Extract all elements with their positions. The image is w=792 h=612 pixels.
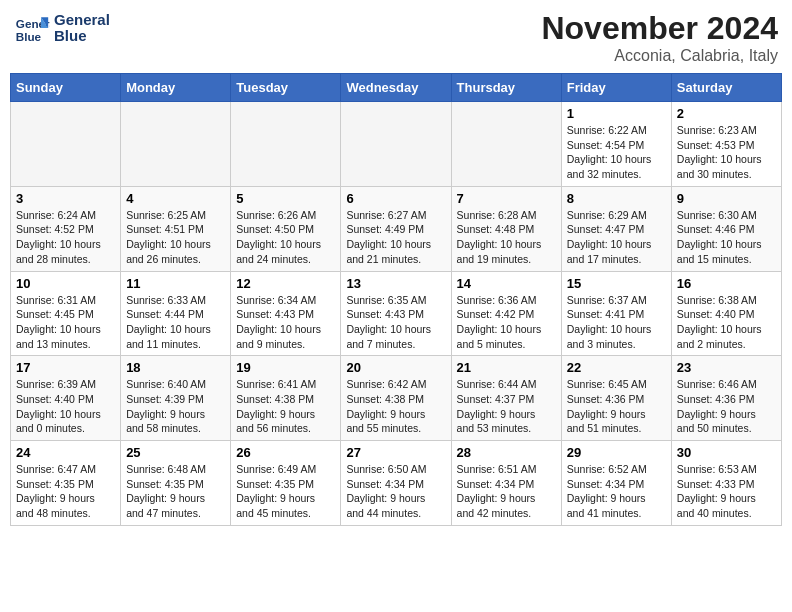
day-info: Sunrise: 6:29 AM Sunset: 4:47 PM Dayligh… xyxy=(567,208,666,267)
day-info: Sunrise: 6:42 AM Sunset: 4:38 PM Dayligh… xyxy=(346,377,445,436)
day-number: 23 xyxy=(677,360,776,375)
day-number: 6 xyxy=(346,191,445,206)
day-number: 19 xyxy=(236,360,335,375)
day-number: 9 xyxy=(677,191,776,206)
logo-icon: General Blue xyxy=(14,10,50,46)
day-info: Sunrise: 6:52 AM Sunset: 4:34 PM Dayligh… xyxy=(567,462,666,521)
day-number: 26 xyxy=(236,445,335,460)
calendar-cell: 7 Sunrise: 6:28 AM Sunset: 4:48 PM Dayli… xyxy=(451,186,561,271)
day-info: Sunrise: 6:44 AM Sunset: 4:37 PM Dayligh… xyxy=(457,377,556,436)
day-number: 27 xyxy=(346,445,445,460)
calendar-cell: 9 Sunrise: 6:30 AM Sunset: 4:46 PM Dayli… xyxy=(671,186,781,271)
column-header-thursday: Thursday xyxy=(451,74,561,102)
day-info: Sunrise: 6:30 AM Sunset: 4:46 PM Dayligh… xyxy=(677,208,776,267)
calendar-cell: 5 Sunrise: 6:26 AM Sunset: 4:50 PM Dayli… xyxy=(231,186,341,271)
calendar-cell: 19 Sunrise: 6:41 AM Sunset: 4:38 PM Dayl… xyxy=(231,356,341,441)
day-number: 20 xyxy=(346,360,445,375)
calendar-table: SundayMondayTuesdayWednesdayThursdayFrid… xyxy=(10,73,782,526)
day-number: 14 xyxy=(457,276,556,291)
calendar-cell: 10 Sunrise: 6:31 AM Sunset: 4:45 PM Dayl… xyxy=(11,271,121,356)
day-info: Sunrise: 6:36 AM Sunset: 4:42 PM Dayligh… xyxy=(457,293,556,352)
calendar-cell xyxy=(11,102,121,187)
calendar-cell: 28 Sunrise: 6:51 AM Sunset: 4:34 PM Dayl… xyxy=(451,441,561,526)
day-info: Sunrise: 6:22 AM Sunset: 4:54 PM Dayligh… xyxy=(567,123,666,182)
calendar-header-row: SundayMondayTuesdayWednesdayThursdayFrid… xyxy=(11,74,782,102)
column-header-saturday: Saturday xyxy=(671,74,781,102)
column-header-friday: Friday xyxy=(561,74,671,102)
day-info: Sunrise: 6:46 AM Sunset: 4:36 PM Dayligh… xyxy=(677,377,776,436)
calendar-cell xyxy=(231,102,341,187)
column-header-monday: Monday xyxy=(121,74,231,102)
calendar-cell: 13 Sunrise: 6:35 AM Sunset: 4:43 PM Dayl… xyxy=(341,271,451,356)
calendar-cell: 22 Sunrise: 6:45 AM Sunset: 4:36 PM Dayl… xyxy=(561,356,671,441)
calendar-cell xyxy=(451,102,561,187)
day-info: Sunrise: 6:53 AM Sunset: 4:33 PM Dayligh… xyxy=(677,462,776,521)
calendar-cell: 25 Sunrise: 6:48 AM Sunset: 4:35 PM Dayl… xyxy=(121,441,231,526)
day-info: Sunrise: 6:28 AM Sunset: 4:48 PM Dayligh… xyxy=(457,208,556,267)
day-number: 15 xyxy=(567,276,666,291)
calendar-cell: 24 Sunrise: 6:47 AM Sunset: 4:35 PM Dayl… xyxy=(11,441,121,526)
logo: General Blue General Blue xyxy=(14,10,110,46)
calendar-cell: 3 Sunrise: 6:24 AM Sunset: 4:52 PM Dayli… xyxy=(11,186,121,271)
day-number: 29 xyxy=(567,445,666,460)
day-number: 12 xyxy=(236,276,335,291)
day-number: 10 xyxy=(16,276,115,291)
month-title: November 2024 xyxy=(541,10,778,47)
day-number: 18 xyxy=(126,360,225,375)
calendar-cell: 14 Sunrise: 6:36 AM Sunset: 4:42 PM Dayl… xyxy=(451,271,561,356)
day-number: 17 xyxy=(16,360,115,375)
day-info: Sunrise: 6:24 AM Sunset: 4:52 PM Dayligh… xyxy=(16,208,115,267)
day-info: Sunrise: 6:26 AM Sunset: 4:50 PM Dayligh… xyxy=(236,208,335,267)
calendar-cell xyxy=(121,102,231,187)
day-number: 7 xyxy=(457,191,556,206)
calendar-cell: 1 Sunrise: 6:22 AM Sunset: 4:54 PM Dayli… xyxy=(561,102,671,187)
svg-text:Blue: Blue xyxy=(16,30,42,43)
day-number: 1 xyxy=(567,106,666,121)
day-info: Sunrise: 6:33 AM Sunset: 4:44 PM Dayligh… xyxy=(126,293,225,352)
page-header: General Blue General Blue November 2024 … xyxy=(10,10,782,65)
calendar-cell: 16 Sunrise: 6:38 AM Sunset: 4:40 PM Dayl… xyxy=(671,271,781,356)
day-info: Sunrise: 6:39 AM Sunset: 4:40 PM Dayligh… xyxy=(16,377,115,436)
day-info: Sunrise: 6:48 AM Sunset: 4:35 PM Dayligh… xyxy=(126,462,225,521)
calendar-cell: 2 Sunrise: 6:23 AM Sunset: 4:53 PM Dayli… xyxy=(671,102,781,187)
day-number: 30 xyxy=(677,445,776,460)
day-info: Sunrise: 6:49 AM Sunset: 4:35 PM Dayligh… xyxy=(236,462,335,521)
column-header-sunday: Sunday xyxy=(11,74,121,102)
calendar-week-2: 3 Sunrise: 6:24 AM Sunset: 4:52 PM Dayli… xyxy=(11,186,782,271)
day-info: Sunrise: 6:45 AM Sunset: 4:36 PM Dayligh… xyxy=(567,377,666,436)
calendar-cell: 29 Sunrise: 6:52 AM Sunset: 4:34 PM Dayl… xyxy=(561,441,671,526)
calendar-week-5: 24 Sunrise: 6:47 AM Sunset: 4:35 PM Dayl… xyxy=(11,441,782,526)
day-number: 22 xyxy=(567,360,666,375)
logo-line1: General xyxy=(54,12,110,29)
day-number: 21 xyxy=(457,360,556,375)
title-block: November 2024 Acconia, Calabria, Italy xyxy=(541,10,778,65)
day-info: Sunrise: 6:40 AM Sunset: 4:39 PM Dayligh… xyxy=(126,377,225,436)
calendar-cell: 4 Sunrise: 6:25 AM Sunset: 4:51 PM Dayli… xyxy=(121,186,231,271)
day-number: 24 xyxy=(16,445,115,460)
day-number: 13 xyxy=(346,276,445,291)
calendar-week-4: 17 Sunrise: 6:39 AM Sunset: 4:40 PM Dayl… xyxy=(11,356,782,441)
day-number: 8 xyxy=(567,191,666,206)
day-info: Sunrise: 6:50 AM Sunset: 4:34 PM Dayligh… xyxy=(346,462,445,521)
day-info: Sunrise: 6:27 AM Sunset: 4:49 PM Dayligh… xyxy=(346,208,445,267)
day-number: 3 xyxy=(16,191,115,206)
day-info: Sunrise: 6:41 AM Sunset: 4:38 PM Dayligh… xyxy=(236,377,335,436)
column-header-wednesday: Wednesday xyxy=(341,74,451,102)
logo-line2: Blue xyxy=(54,28,110,45)
day-info: Sunrise: 6:31 AM Sunset: 4:45 PM Dayligh… xyxy=(16,293,115,352)
day-info: Sunrise: 6:37 AM Sunset: 4:41 PM Dayligh… xyxy=(567,293,666,352)
calendar-cell: 26 Sunrise: 6:49 AM Sunset: 4:35 PM Dayl… xyxy=(231,441,341,526)
logo-text-block: General Blue xyxy=(54,12,110,45)
day-number: 16 xyxy=(677,276,776,291)
day-number: 5 xyxy=(236,191,335,206)
day-number: 28 xyxy=(457,445,556,460)
calendar-cell: 12 Sunrise: 6:34 AM Sunset: 4:43 PM Dayl… xyxy=(231,271,341,356)
column-header-tuesday: Tuesday xyxy=(231,74,341,102)
calendar-cell: 21 Sunrise: 6:44 AM Sunset: 4:37 PM Dayl… xyxy=(451,356,561,441)
location-subtitle: Acconia, Calabria, Italy xyxy=(541,47,778,65)
calendar-cell: 23 Sunrise: 6:46 AM Sunset: 4:36 PM Dayl… xyxy=(671,356,781,441)
calendar-cell: 11 Sunrise: 6:33 AM Sunset: 4:44 PM Dayl… xyxy=(121,271,231,356)
day-info: Sunrise: 6:34 AM Sunset: 4:43 PM Dayligh… xyxy=(236,293,335,352)
calendar-week-1: 1 Sunrise: 6:22 AM Sunset: 4:54 PM Dayli… xyxy=(11,102,782,187)
calendar-cell: 18 Sunrise: 6:40 AM Sunset: 4:39 PM Dayl… xyxy=(121,356,231,441)
